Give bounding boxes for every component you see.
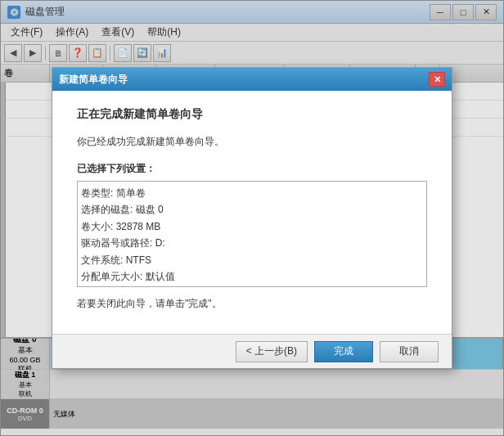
- setting-item-2: 卷大小: 32878 MB: [81, 218, 423, 235]
- setting-item-4: 文件系统: NTFS: [81, 252, 423, 268]
- dialog-close-button[interactable]: ✕: [429, 72, 445, 87]
- back-button[interactable]: < 上一步(B): [236, 341, 308, 362]
- settings-listbox[interactable]: 卷类型: 简单卷 选择的磁盘: 磁盘 0 卷大小: 32878 MB 驱动器号或…: [77, 181, 427, 287]
- setting-item-0: 卷类型: 简单卷: [81, 185, 423, 201]
- setting-item-1: 选择的磁盘: 磁盘 0: [81, 201, 423, 218]
- dialog-title: 新建简单卷向导: [59, 73, 128, 87]
- cancel-button[interactable]: 取消: [380, 341, 439, 362]
- modal-overlay: 新建简单卷向导 ✕ 正在完成新建简单卷向导 你已经成功完成新建简单卷向导。 已选…: [0, 0, 504, 436]
- main-window: 💿 磁盘管理 ─ □ ✕ 文件(F) 操作(A) 查看(V) 帮助(H) ◀ ▶…: [0, 0, 504, 436]
- dialog-footer-instruction: 若要关闭此向导，请单击"完成"。: [77, 297, 427, 311]
- wizard-dialog: 新建简单卷向导 ✕ 正在完成新建简单卷向导 你已经成功完成新建简单卷向导。 已选…: [52, 67, 452, 369]
- setting-item-3: 驱动器号或路径: D:: [81, 235, 423, 251]
- setting-item-5: 分配单元大小: 默认值: [81, 268, 423, 285]
- dialog-heading: 正在完成新建简单卷向导: [77, 107, 427, 122]
- dialog-body: 正在完成新建简单卷向导 你已经成功完成新建简单卷向导。 已选择下列设置： 卷类型…: [52, 91, 452, 334]
- dialog-section-label: 已选择下列设置：: [77, 162, 427, 176]
- dialog-footer: < 上一步(B) 完成 取消: [52, 334, 452, 368]
- finish-button[interactable]: 完成: [314, 341, 373, 362]
- dialog-description: 你已经成功完成新建简单卷向导。: [77, 135, 427, 149]
- dialog-title-bar: 新建简单卷向导 ✕: [52, 68, 452, 91]
- setting-item-6: 卷标: 新加卷: [81, 285, 423, 287]
